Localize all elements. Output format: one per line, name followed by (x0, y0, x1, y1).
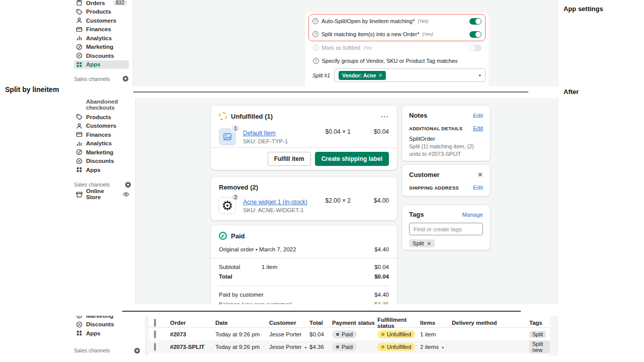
paid-dot-icon (336, 345, 339, 348)
split-rule-select[interactable]: Vendor: Acne ✕ ▾ (334, 68, 486, 82)
tags-input[interactable] (409, 223, 483, 235)
column-header-date[interactable]: Date (215, 320, 269, 326)
help-icon[interactable]: ? (312, 31, 318, 37)
overflow-menu-icon[interactable]: ··· (381, 113, 389, 120)
unfulfilled-card: Unfulfilled (1) ··· 1 Default Item SKU: … (211, 106, 397, 170)
tags-title: Tags (409, 211, 424, 218)
additional-details-edit-link[interactable]: Edit (473, 125, 483, 131)
shipping-address-edit-link[interactable]: Edit (473, 185, 483, 191)
sidebar-item-label: Products (86, 114, 111, 120)
sidebar-item-customers[interactable]: Customers (74, 122, 131, 131)
sidebar-item-label: Marketing (86, 316, 113, 319)
add-sales-channel-icon[interactable] (122, 75, 129, 82)
chevron-down-icon[interactable]: ▾ (442, 345, 444, 350)
total-label: Total (219, 274, 262, 280)
threshold-link[interactable]: Further split by an item threshold? » (335, 85, 423, 86)
sidebar-item-analytics[interactable]: Analytics (74, 34, 129, 43)
apps-icon (76, 330, 83, 336)
auto-split-toggle[interactable] (469, 18, 481, 25)
sidebar-item-apps[interactable]: Apps (74, 165, 131, 174)
sidebar-item-discounts[interactable]: Discounts (74, 157, 131, 166)
column-header-total[interactable]: Total (309, 320, 332, 326)
remove-tag-icon[interactable]: ✕ (378, 73, 382, 78)
column-header-tags[interactable]: Tags (529, 320, 550, 326)
fulfillment-status-badge: Unfulfilled (377, 330, 415, 338)
item-total: $0.04 (358, 128, 389, 135)
chevron-down-icon[interactable]: ▾ (305, 345, 307, 350)
quantity-badge: 1 (231, 125, 240, 132)
sidebar-item-products[interactable]: Products (74, 113, 131, 122)
balance-amount: $4.36 (374, 301, 389, 304)
column-header-order[interactable]: Order (170, 320, 215, 326)
sidebar-item-finances[interactable]: Finances (74, 130, 131, 139)
split-rule-row: Split #1 Vendor: Acne ✕ ▾ (308, 68, 486, 82)
help-icon[interactable]: ? (313, 58, 319, 64)
split-new-order-toggle[interactable] (469, 31, 481, 38)
sidebar-item-label: Analytics (86, 35, 112, 41)
notes-edit-link[interactable]: Edit (473, 113, 483, 119)
row-checkbox[interactable] (154, 330, 156, 338)
note-value: Split (1) matching item, (2) units to #2… (409, 143, 483, 158)
balance-label: Balance (you owe customer) (219, 301, 374, 304)
item-name-link[interactable]: Acne widget 1 (in-stock) (243, 199, 307, 206)
help-icon[interactable]: ? (312, 18, 318, 24)
help-icon[interactable]: ? (313, 45, 319, 51)
sidebar-item-products[interactable]: Products (74, 8, 129, 17)
sidebar-item-customers[interactable]: Customers (74, 16, 129, 25)
sidebar-item-marketing[interactable]: Marketing (74, 148, 131, 157)
order-row-2073-split[interactable]: #2073-SPLIT Today at 9:26 pm Jesse Porte… (149, 340, 550, 353)
setting-value: (No) (363, 45, 372, 50)
sidebar-item-apps[interactable]: Apps (74, 60, 129, 69)
discounts-icon (76, 52, 83, 59)
unfulfilled-title: Unfulfilled (1) (231, 113, 273, 120)
sidebar-item-analytics[interactable]: Analytics (74, 139, 131, 148)
sidebar-item-abandoned-checkouts[interactable]: Abandoned checkouts (74, 100, 131, 109)
setting-value: (Yes) (418, 19, 428, 24)
column-header-payment-status[interactable]: Payment status (332, 320, 377, 326)
sidebar-item-marketing[interactable]: Marketing (74, 316, 140, 320)
eye-icon[interactable] (123, 191, 129, 198)
column-header-fulfillment-status[interactable]: Fulfillment status (377, 317, 420, 329)
order-row-2073[interactable]: #2073 Today at 9:26 pm Jesse Porter $0.0… (149, 328, 550, 340)
create-shipping-label-button[interactable]: Create shipping label (315, 152, 389, 166)
item-total: $4.00 (358, 197, 389, 204)
vendor-tag-label: Vendor: Acne (342, 72, 376, 78)
tags-manage-link[interactable]: Manage (462, 212, 483, 218)
paid-by-customer-label: Paid by customer (219, 292, 374, 298)
paid-title: Paid (231, 232, 245, 240)
sidebar-item-discounts[interactable]: Discounts (74, 51, 129, 60)
divider (219, 286, 389, 286)
select-all-checkbox[interactable] (154, 319, 156, 327)
finances-icon (76, 131, 83, 138)
item-sku: SKU: ACNE-WIDGET-1 (243, 207, 307, 213)
mark-fulfilled-toggle[interactable] (469, 45, 481, 51)
order-date: Today at 9:26 pm (215, 344, 269, 350)
add-sales-channel-icon[interactable] (125, 182, 131, 188)
sales-channels-label: Sales channels (74, 76, 110, 82)
finances-icon (76, 26, 83, 33)
payment-status-badge: Paid (332, 343, 357, 351)
sidebar-item-apps[interactable]: Apps (74, 329, 140, 338)
sidebar-item-orders[interactable]: Orders 832 (74, 0, 129, 8)
highlight-red-outline: ? Auto-Split/Open by lineitem matching* … (308, 14, 486, 41)
column-header-delivery-method[interactable]: Delivery method (452, 320, 529, 326)
item-name-link[interactable]: Default Item (243, 130, 276, 137)
sidebar-item-marketing[interactable]: Marketing (74, 43, 129, 52)
column-header-customer[interactable]: Customer (269, 320, 309, 326)
remove-tag-icon[interactable]: ✕ (427, 241, 431, 246)
sidebar-item-finances[interactable]: Finances (74, 25, 129, 34)
paid-dot-icon (336, 333, 339, 336)
unfulfilled-status-icon (219, 112, 227, 120)
column-header-items[interactable]: Items (420, 320, 452, 326)
subtotal-label: Subtotal (219, 264, 262, 270)
fulfill-item-button[interactable]: Fulfill item (268, 152, 311, 166)
order-customer: Jesse Porter (269, 331, 309, 337)
sidebar-item-discounts[interactable]: Discounts (74, 320, 140, 329)
sidebar-item-online-store[interactable]: Online Store (74, 190, 131, 199)
row-checkbox[interactable] (154, 343, 156, 351)
discounts-icon (76, 158, 83, 164)
close-icon[interactable]: ✕ (477, 171, 483, 178)
add-sales-channel-icon[interactable] (134, 347, 140, 354)
order-items-count: 1 item (420, 331, 452, 337)
setting-split-new-order: ? Split matching item(s) into a new Orde… (312, 28, 481, 41)
